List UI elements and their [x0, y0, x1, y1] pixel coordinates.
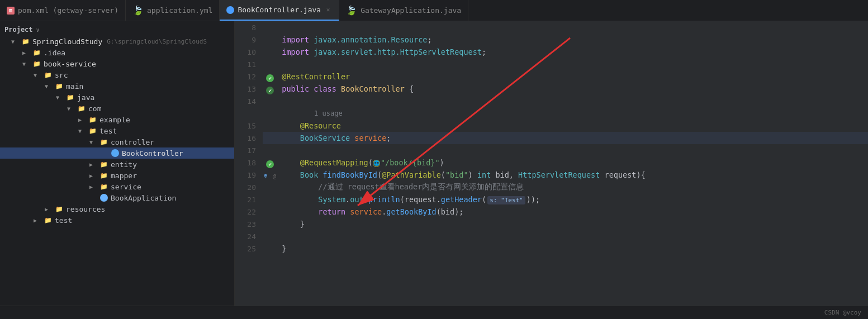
entity-label: entity — [111, 160, 137, 169]
tree-item-src[interactable]: ▼ 📁 src — [0, 69, 234, 80]
book-service-chevron-icon: ▼ — [22, 61, 30, 67]
status-text: CSDN @vcoy — [824, 309, 861, 316]
gutter-at-19: @ — [273, 173, 276, 179]
example-label: example — [99, 116, 130, 124]
bookcontroller-label: BookController — [122, 149, 183, 158]
tree-item-controller[interactable]: ▼ 📁 controller — [0, 136, 234, 147]
idea-label: .idea — [44, 49, 65, 57]
tab-application[interactable]: 🍃 application.yml — [126, 0, 220, 21]
tree-item-entity[interactable]: ▶ 📁 entity — [0, 159, 234, 170]
main-chevron-icon: ▼ — [45, 83, 53, 89]
controller-label: controller — [111, 138, 154, 146]
tab-bookcontroller-label: BookController.java — [238, 6, 321, 14]
code-editor[interactable]: 8 9 import javax.annotation.Resource; 10… — [235, 21, 868, 306]
tab-gatewayapp[interactable]: 🍃 GatewayApplication.java — [339, 0, 468, 21]
project-label: Project — [4, 26, 33, 34]
gutter-icon-12: ✔ — [266, 74, 274, 82]
code-line-25: 25 } — [235, 242, 868, 255]
resources-chevron-icon: ▶ — [45, 206, 53, 212]
code-line-usage: 0 1 usage — [235, 107, 868, 120]
status-bar: CSDN @vcoy — [0, 306, 868, 319]
java-icon — [226, 6, 234, 14]
service-chevron-icon: ▶ — [89, 184, 97, 190]
bookapplication-label: BookApplication — [111, 194, 176, 202]
main-label: main — [66, 82, 83, 91]
com-label: com — [88, 104, 101, 113]
mapper-label: mapper — [111, 172, 137, 180]
controller-chevron-icon: ▼ — [89, 139, 97, 145]
test-pkg-icon: 📁 — [88, 126, 97, 135]
code-content: 8 9 import javax.annotation.Resource; 10… — [235, 21, 868, 266]
root-label: SpringCloudStudy — [32, 37, 102, 46]
tree-item-bookapplication[interactable]: ▶ BookApplication — [0, 192, 234, 203]
code-line-17: 17 — [235, 144, 868, 156]
idea-folder-icon: 📁 — [32, 48, 41, 57]
test-pkg-label: test — [99, 127, 117, 135]
main-area: Project ∨ ▼ 📁 SpringCloudStudy G:\spring… — [0, 21, 868, 306]
tree-item-resources[interactable]: ▶ 📁 resources — [0, 203, 234, 215]
code-line-15: 15 @Resource — [235, 120, 868, 132]
code-line-19: 19 ⊕ @ Book findBookById(@PathVariable("… — [235, 169, 868, 181]
code-line-13: 13 ✔ public class BookController { — [235, 83, 868, 95]
gutter-icon-18: ✔ — [266, 160, 274, 168]
test-pkg-chevron-icon: ▼ — [78, 128, 86, 134]
tree-item-java[interactable]: ▼ 📁 java — [0, 92, 234, 103]
tab-pom[interactable]: m pom.xml (getway-server) — [0, 0, 126, 21]
code-line-12: 12 ✔ @RestController — [235, 70, 868, 83]
bookapplication-class-icon — [99, 193, 108, 202]
tree-root[interactable]: ▼ 📁 SpringCloudStudy G:\springcloud\Spri… — [0, 36, 234, 47]
tab-pom-label: pom.xml (getway-server) — [18, 6, 118, 15]
tree-item-idea[interactable]: ▶ 📁 .idea — [0, 47, 234, 58]
java2-icon: 🍃 — [346, 5, 357, 16]
src-label: src — [55, 71, 68, 79]
yaml-icon: 🍃 — [132, 5, 144, 16]
tree-item-com[interactable]: ▼ 📁 com — [0, 103, 234, 114]
main-folder-icon: 📁 — [55, 82, 64, 91]
service-label: service — [111, 183, 141, 191]
tree-item-test-pkg[interactable]: ▼ 📁 test — [0, 125, 234, 136]
entity-chevron-icon: ▶ — [89, 161, 97, 168]
code-line-14: 14 — [235, 95, 868, 107]
test-root-folder-icon: 📁 — [44, 216, 53, 225]
java-label: java — [77, 93, 94, 102]
root-folder-icon: 📁 — [21, 37, 30, 46]
code-line-18: 18 ✔ @RequestMapping(🌐"/book/{bid}") — [235, 156, 868, 169]
tab-close-button[interactable]: ✕ — [324, 6, 332, 14]
example-chevron-icon: ▶ — [78, 117, 86, 123]
service-pkg-icon: 📁 — [99, 182, 108, 191]
book-service-folder-icon: 📁 — [32, 59, 41, 68]
java-chevron-icon: ▼ — [56, 94, 64, 101]
project-chevron-icon: ∨ — [36, 27, 40, 33]
src-chevron-icon: ▼ — [34, 72, 41, 78]
tab-bookcontroller[interactable]: BookController.java ✕ — [220, 0, 339, 21]
java-folder-icon: 📁 — [66, 93, 75, 102]
code-line-11: 11 — [235, 58, 868, 70]
tree-item-book-service[interactable]: ▼ 📁 book-service — [0, 58, 234, 69]
tab-gatewayapp-label: GatewayApplication.java — [361, 6, 461, 15]
test-root-chevron-icon: ▶ — [34, 217, 41, 223]
gutter-icon-13: ✔ — [266, 87, 274, 94]
tab-application-label: application.yml — [147, 6, 212, 15]
tree-item-main[interactable]: ▼ 📁 main — [0, 80, 234, 92]
tree-item-example[interactable]: ▶ 📁 example — [0, 114, 234, 125]
root-path: G:\springcloud\SpringCloudS — [107, 38, 207, 45]
test-root-label: test — [55, 216, 72, 225]
bookcontroller-class-icon — [111, 149, 120, 158]
sidebar-header: Project ∨ — [0, 23, 234, 36]
code-line-21: 21 System.out.println(request.getHeader(… — [235, 193, 868, 206]
code-line-23: 23 } — [235, 218, 868, 230]
pom-icon: m — [7, 7, 15, 15]
root-chevron-icon: ▼ — [11, 39, 19, 45]
tree-item-mapper[interactable]: ▶ 📁 mapper — [0, 170, 234, 181]
code-line-9: 9 import javax.annotation.Resource; — [235, 34, 868, 46]
entity-pkg-icon: 📁 — [99, 160, 108, 169]
tree-item-bookcontroller[interactable]: ▶ BookController — [0, 147, 234, 159]
code-line-8: 8 — [235, 21, 868, 34]
tab-bar: m pom.xml (getway-server) 🍃 application.… — [0, 0, 868, 21]
code-line-24: 24 — [235, 230, 868, 242]
code-line-20: 20 //通过 request查看header内是否有网关添加的配置信息 — [235, 181, 868, 193]
tree-item-service[interactable]: ▶ 📁 service — [0, 181, 234, 192]
code-line-22: 22 return service.getBookById(bid); — [235, 206, 868, 218]
com-pkg-icon: 📁 — [77, 104, 86, 113]
tree-item-test-root[interactable]: ▶ 📁 test — [0, 215, 234, 226]
